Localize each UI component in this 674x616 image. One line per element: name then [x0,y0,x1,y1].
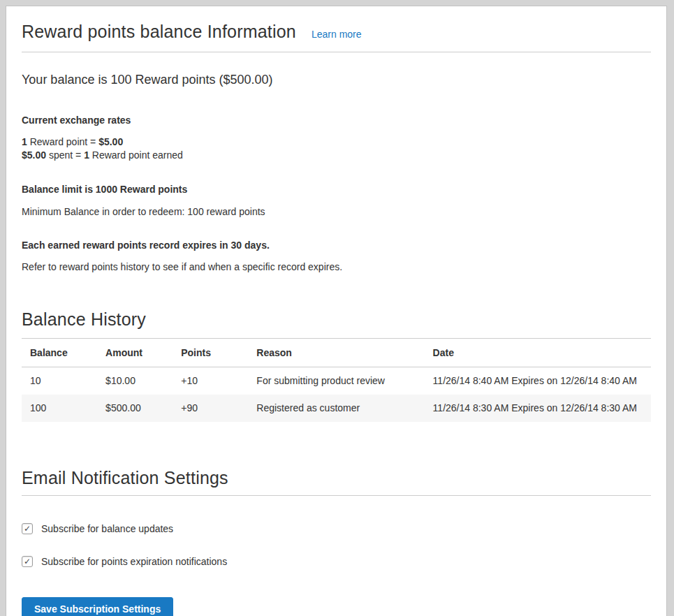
exchange-rate-1-text: Reward point = [27,136,98,147]
table-header-row: Balance Amount Points Reason Date [22,339,651,367]
cell-points: +90 [173,395,248,422]
cell-points: +10 [173,367,248,395]
expiry-note: Refer to reward points history to see if… [22,261,651,272]
exchange-rate-1-points: 1 [22,136,27,147]
exchange-rate-1-amount: $5.00 [98,136,123,147]
page-header: Reward points balance Information Learn … [22,22,651,52]
email-settings-title: Email Notification Settings [22,468,651,488]
subscribe-expiration-notifications-row[interactable]: Subscribe for points expiration notifica… [22,556,227,567]
column-header-balance: Balance [22,339,97,367]
cell-amount: $500.00 [97,395,173,422]
balance-message: Your balance is 100 Reward points ($500.… [22,73,651,87]
table-row: 100 $500.00 +90 Registered as customer 1… [22,395,651,422]
table-row: 10 $10.00 +10 For submitting product rev… [22,367,651,395]
column-header-date: Date [425,339,651,367]
exchange-rate-2-suffix: Reward point earned [89,149,183,161]
cell-balance: 10 [22,367,97,395]
minimum-balance-note: Minimum Balance in order to redeem: 100 … [22,206,651,217]
checkbox-label: Subscribe for points expiration notifica… [41,556,227,567]
exchange-rate-2-text: spent = [46,149,84,161]
cell-date: 11/26/14 8:40 AM Expires on 12/26/14 8:4… [425,367,651,395]
column-header-amount: Amount [97,339,173,367]
exchange-rate-line-2: $5.00 spent = 1 Reward point earned [22,149,651,162]
cell-reason: For submitting product review [248,367,424,395]
exchange-rate-line-1: 1 Reward point = $5.00 [22,135,651,149]
exchange-rate-2-points: 1 [84,149,89,161]
exchange-rates-lines: 1 Reward point = $5.00 $5.00 spent = 1 R… [22,135,651,162]
cell-amount: $10.00 [97,367,173,395]
column-header-reason: Reason [248,339,424,367]
expiry-heading: Each earned reward points record expires… [22,240,651,251]
exchange-rate-2-amount: $5.00 [22,149,46,161]
balance-limit-heading: Balance limit is 1000 Reward points [22,184,651,195]
cell-reason: Registered as customer [248,395,424,422]
reward-points-panel: Reward points balance Information Learn … [6,6,667,616]
cell-balance: 100 [22,395,97,422]
cell-date: 11/26/14 8:30 AM Expires on 12/26/14 8:3… [425,395,651,422]
learn-more-link[interactable]: Learn more [312,29,362,40]
balance-history-table: Balance Amount Points Reason Date 10 $10… [22,338,651,422]
exchange-rates-heading: Current exchange rates [22,115,651,126]
subscribe-balance-updates-row[interactable]: Subscribe for balance updates [22,523,173,534]
balance-history-title: Balance History [22,309,651,330]
page-title: Reward points balance Information [22,22,296,42]
checkbox-label: Subscribe for balance updates [41,523,173,534]
email-settings-header: Email Notification Settings [22,468,651,496]
column-header-points: Points [173,339,248,367]
save-subscription-settings-button[interactable]: Save Subscription Settings [22,597,173,616]
